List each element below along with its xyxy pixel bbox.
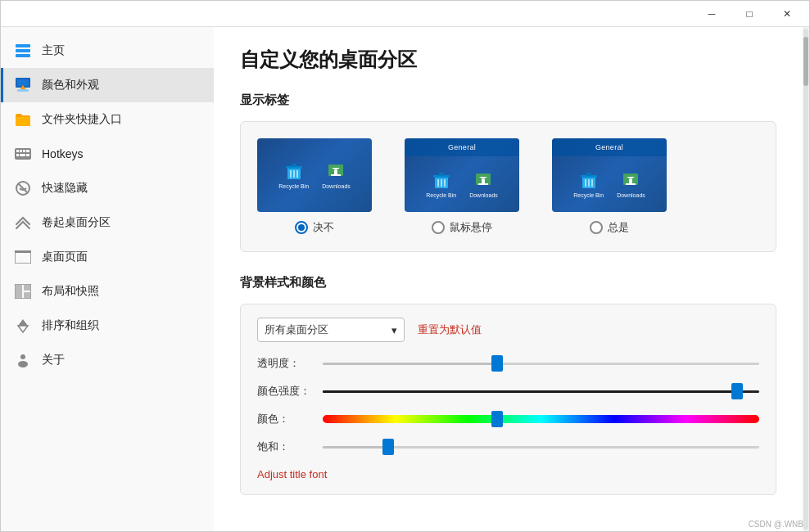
opacity-fill [323,363,497,365]
sidebar-item-rollup-label: 卷起桌面分区 [42,215,111,230]
svg-rect-9 [20,150,22,152]
recycle-bin-icon-hover: Recycle Bin [426,171,456,198]
radio-never-label: 决不 [313,220,334,235]
svg-rect-10 [23,150,25,152]
sidebar: 主页 颜色和外观 [1,27,214,531]
chevron-down-icon: ▾ [391,324,397,336]
radio-always-label: 总是 [608,220,629,235]
sidebar-item-appearance[interactable]: 颜色和外观 [1,68,214,102]
slider-row-strength: 颜色强度： [257,383,759,399]
desktop-icons-area-hover: Recycle Bin [405,156,519,212]
svg-rect-5 [17,89,29,92]
right-scrollbar[interactable] [803,27,809,531]
strength-thumb[interactable] [731,383,743,399]
sidebar-item-home-label: 主页 [42,43,65,58]
saturation-track [323,446,759,449]
svg-rect-1 [16,49,30,52]
preview-desktop-hover: General [405,138,519,212]
watermark: CSDN @.WNB [749,520,803,529]
sidebar-item-appearance-label: 颜色和外观 [42,78,99,92]
preview-title-hover: General [405,138,519,156]
sidebar-item-hotkeys[interactable]: Hotkeys [1,137,214,171]
radio-circle-always [590,221,603,234]
bg-section-label: 背景样式和颜色 [240,275,776,291]
recycle-bin-label-always: Recycle Bin [573,192,604,198]
svg-rect-39 [439,173,444,176]
sidebar-item-about[interactable]: 关于 [1,343,214,377]
svg-rect-56 [626,183,636,185]
strength-label: 颜色强度： [257,384,323,399]
bg-section: 背景样式和颜色 所有桌面分区 ▾ 重置为默认值 透明度： [240,275,776,495]
desktop-partition-dropdown[interactable]: 所有桌面分区 ▾ [257,318,405,342]
desktop-icons-area-always: Recycle Bin [552,156,667,212]
slider-row-opacity: 透明度： [257,355,759,372]
sidebar-item-home[interactable]: 主页 [1,34,214,68]
opacity-label: 透明度： [257,356,323,371]
home-icon [14,42,32,60]
radio-hover[interactable]: 鼠标悬停 [432,220,492,235]
pages-icon [14,248,32,266]
sidebar-item-layout[interactable]: 布局和快照 [1,274,214,309]
scrollbar-thumb[interactable] [803,37,808,86]
strength-track [323,390,759,393]
sidebar-item-folders-label: 文件夹快捷入口 [42,112,122,127]
strength-slider[interactable] [323,383,759,399]
sidebar-item-hideall-label: 快速隐藏 [42,181,88,196]
svg-rect-13 [20,154,25,156]
sidebar-item-layout-label: 布局和快照 [42,284,99,299]
content-area: 自定义您的桌面分区 显示标签 [214,27,803,531]
minimize-button[interactable]: ─ [693,1,731,27]
svg-rect-21 [24,285,30,291]
svg-rect-6 [16,117,30,126]
sidebar-item-hideall[interactable]: 快速隐藏 [1,171,214,205]
dropdown-value: 所有桌面分区 [265,322,328,337]
dropdown-row: 所有桌面分区 ▾ 重置为默认值 [257,318,759,342]
preview-card-never: Recycle Bin [257,138,372,235]
downloads-icon-hover: Downloads [469,171,498,198]
opacity-slider[interactable] [323,355,759,372]
page-title: 自定义您的桌面分区 [240,47,776,73]
downloads-icon-always: Downloads [617,171,645,198]
sidebar-item-about-label: 关于 [42,353,65,367]
hue-label: 颜色： [257,412,323,426]
radio-never[interactable]: 决不 [295,220,334,235]
sidebar-item-sort[interactable]: 排序和组织 [1,309,214,343]
svg-marker-23 [18,319,28,326]
sidebar-item-folders[interactable]: 文件夹快捷入口 [1,102,214,137]
sidebar-item-pages[interactable]: 桌面页面 [1,240,214,274]
app-window: ─ □ ✕ 主页 [0,0,810,532]
desktop-icons-area-never: Recycle Bin [257,138,372,212]
saturation-thumb[interactable] [382,439,394,455]
title-bar: ─ □ ✕ [1,1,809,27]
downloads-label-hover: Downloads [469,192,498,198]
reset-link[interactable]: 重置为默认值 [418,322,482,337]
layout-icon [14,282,32,300]
saturation-slider[interactable] [323,439,759,455]
sidebar-item-rollup[interactable]: 卷起桌面分区 [1,205,214,240]
hue-thumb[interactable] [491,411,503,427]
svg-rect-14 [26,154,29,156]
svg-rect-12 [16,154,19,156]
recycle-bin-label: Recycle Bin [278,183,309,189]
hue-slider[interactable] [323,411,759,427]
preview-desktop-never: Recycle Bin [257,138,372,212]
saturation-fill [323,446,388,449]
svg-rect-18 [15,250,31,253]
keyboard-icon [14,145,32,163]
radio-circle-never [295,221,308,234]
about-icon [14,351,32,369]
display-labels-section-label: 显示标签 [240,92,776,108]
svg-rect-22 [24,292,30,298]
adjust-title-font-link[interactable]: Adjust title font [257,468,327,480]
preview-title-always: General [552,138,667,156]
close-button[interactable]: ✕ [768,1,806,27]
radio-always[interactable]: 总是 [590,220,629,235]
svg-rect-8 [16,150,19,152]
palette-icon [14,76,32,94]
opacity-thumb[interactable] [491,355,503,372]
hue-track [323,415,759,423]
maximize-button[interactable]: □ [731,1,768,27]
bg-controls: 所有桌面分区 ▾ 重置为默认值 透明度： [240,304,776,495]
downloads-label-always: Downloads [617,192,645,198]
recycle-bin-label-hover: Recycle Bin [426,192,456,198]
